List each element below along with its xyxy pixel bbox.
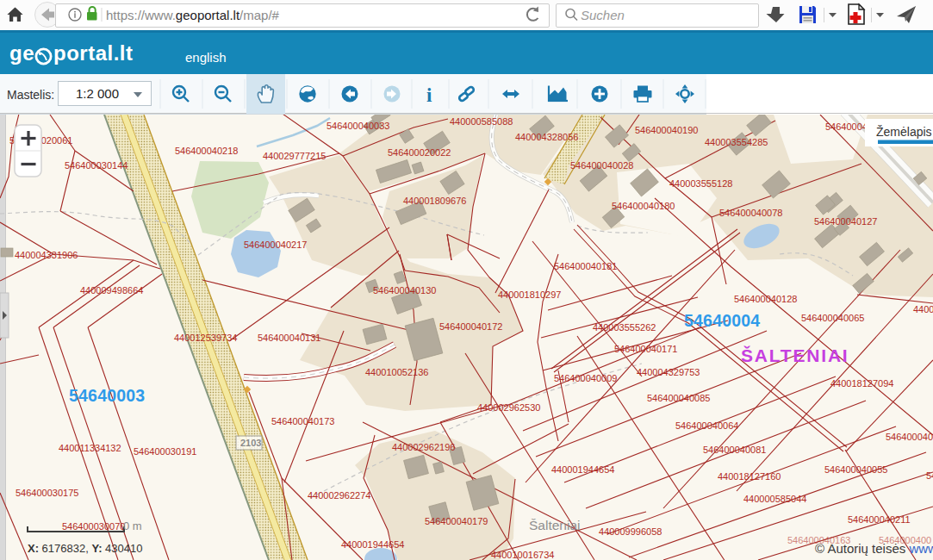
svg-text:546400040055: 546400040055 [824, 464, 887, 475]
svg-text:546400040028: 546400040028 [570, 160, 633, 171]
svg-text:ŠALTENIAI: ŠALTENIAI [741, 345, 849, 365]
svg-text:546400040172: 546400040172 [439, 321, 502, 332]
svg-text:546400040127: 546400040127 [814, 216, 877, 227]
svg-text:440001944654: 440001944654 [341, 539, 404, 550]
svg-text:440018127160: 440018127160 [718, 471, 781, 482]
svg-text:546400040218: 546400040218 [175, 146, 238, 156]
svg-text:546400040128: 546400040128 [734, 294, 797, 304]
svg-text:546400040078: 546400040078 [719, 208, 782, 218]
svg-text:546400040217: 546400040217 [244, 240, 307, 250]
svg-text:2103: 2103 [240, 438, 261, 448]
svg-text:Žemėlapis: Žemėlapis [876, 125, 932, 139]
svg-text:546400040033: 546400040033 [327, 121, 389, 131]
svg-text:440009996058: 440009996058 [599, 526, 662, 537]
svg-text:440011334132: 440011334132 [59, 443, 121, 453]
svg-text:440002962530: 440002962530 [477, 402, 540, 413]
svg-text:440000585044: 440000585044 [743, 494, 806, 504]
svg-text:0 m: 0 m [123, 520, 142, 532]
svg-text:54640003: 54640003 [69, 386, 145, 405]
svg-text:440001944654: 440001944654 [551, 464, 614, 475]
svg-text:546400030144: 546400030144 [65, 160, 128, 171]
svg-text:546400040180: 546400040180 [612, 201, 675, 211]
svg-text:440018127094: 440018127094 [830, 378, 893, 389]
svg-text:546400040211: 546400040211 [848, 514, 911, 525]
svg-text:440004328056: 440004328056 [515, 132, 578, 142]
svg-text:440000585088: 440000585088 [450, 116, 513, 127]
svg-text:546400040190: 546400040190 [635, 125, 698, 135]
svg-text:54: 54 [926, 470, 933, 481]
svg-text:440002962274: 440002962274 [308, 490, 370, 501]
svg-text:54640004: 54640004 [684, 311, 760, 330]
svg-text:i: i [426, 84, 432, 106]
svg-text:440016127: 440016127 [913, 304, 933, 314]
svg-text:546400040131: 546400040131 [258, 333, 320, 343]
svg-text:440003555128: 440003555128 [669, 178, 732, 189]
svg-text:440003554285: 440003554285 [705, 137, 768, 147]
svg-text:ge: ge [9, 41, 34, 65]
svg-text:440012539734: 440012539734 [174, 333, 237, 343]
svg-text:440001809676: 440001809676 [403, 196, 466, 206]
svg-text:X: 6176832, Y: 430410: X: 6176832, Y: 430410 [28, 542, 143, 555]
svg-text:440009498664: 440009498664 [80, 285, 143, 296]
svg-text:440001810297: 440001810297 [498, 289, 561, 300]
svg-text:546400040064: 546400040064 [675, 420, 738, 431]
svg-text:portal.lt: portal.lt [53, 41, 134, 65]
svg-text:546400040179: 546400040179 [425, 516, 488, 526]
svg-text:440003555262: 440003555262 [593, 322, 656, 333]
svg-text:546400030175: 546400030175 [16, 488, 78, 498]
svg-text:546400040085: 546400040085 [647, 393, 710, 403]
svg-text:440029777215: 440029777215 [263, 151, 326, 161]
svg-text:546400020022: 546400020022 [388, 147, 451, 158]
svg-text:440010052136: 440010052136 [365, 367, 428, 377]
svg-text:546400040065: 546400040065 [801, 313, 864, 323]
svg-text:546400040171: 546400040171 [614, 344, 677, 354]
svg-text:546400040173: 546400040173 [271, 416, 334, 426]
svg-text:546400030070: 546400030070 [62, 521, 125, 532]
svg-text:440004329753: 440004329753 [637, 367, 700, 377]
svg-text:546400040181: 546400040181 [554, 261, 617, 271]
svg-text:546400040009: 546400040009 [554, 373, 617, 383]
svg-text:546400040130: 546400040130 [373, 285, 436, 296]
svg-text:440004331906: 440004331906 [15, 250, 78, 260]
svg-text:546400040056: 546400040056 [886, 432, 933, 442]
svg-text:440002962196: 440002962196 [392, 442, 455, 452]
svg-text:© Autorių teisės www.geo: © Autorių teisės www.geo [815, 541, 933, 556]
svg-text:Šalteniai: Šalteniai [529, 518, 580, 532]
svg-text:546400030191: 546400030191 [134, 446, 196, 457]
svg-text:440010016734: 440010016734 [491, 550, 554, 560]
svg-text:546400040081: 546400040081 [703, 445, 766, 455]
